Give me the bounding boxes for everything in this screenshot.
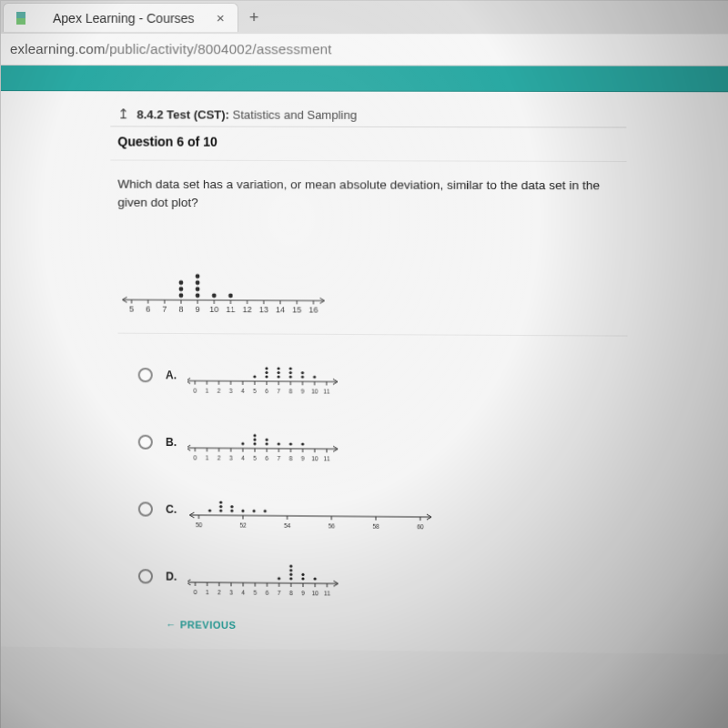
svg-text:10: 10 xyxy=(311,388,318,394)
lesson-type: Test (CST): xyxy=(167,107,229,121)
option-row-a[interactable]: A.01234567891011 xyxy=(138,349,628,403)
radio-b[interactable] xyxy=(138,435,153,450)
arrow-left-icon: ← xyxy=(166,619,177,630)
svg-point-158 xyxy=(301,577,304,580)
option-dotplot-c: 505254565860 xyxy=(187,484,437,537)
svg-text:1: 1 xyxy=(206,454,209,460)
svg-text:6: 6 xyxy=(265,388,268,394)
svg-text:9: 9 xyxy=(301,455,305,461)
svg-text:11: 11 xyxy=(323,455,330,461)
svg-text:8: 8 xyxy=(178,304,183,313)
lesson-code: 8.4.2 xyxy=(136,107,163,121)
svg-point-123 xyxy=(230,509,233,511)
svg-point-124 xyxy=(230,505,233,508)
radio-d[interactable] xyxy=(138,569,153,583)
close-icon[interactable]: × xyxy=(217,10,225,25)
radio-c[interactable] xyxy=(138,501,153,516)
svg-point-121 xyxy=(219,505,222,508)
svg-text:15: 15 xyxy=(292,305,301,314)
lesson-title: Statistics and Sampling xyxy=(233,107,358,121)
svg-text:3: 3 xyxy=(229,454,233,460)
option-row-c[interactable]: C.505254565860 xyxy=(138,484,629,539)
svg-line-128 xyxy=(187,581,338,583)
browser-tab[interactable]: Apex Learning - Courses × xyxy=(3,3,238,32)
option-label: A. xyxy=(166,369,178,381)
svg-point-97 xyxy=(241,441,244,444)
svg-point-26 xyxy=(179,287,184,291)
svg-text:58: 58 xyxy=(372,522,379,529)
address-bar[interactable]: exlearning.com/public/activity/8004002/a… xyxy=(1,34,728,66)
svg-text:16: 16 xyxy=(308,305,318,314)
new-tab-button[interactable]: + xyxy=(238,8,270,27)
svg-point-60 xyxy=(265,375,268,378)
radio-a[interactable] xyxy=(138,368,153,382)
svg-text:4: 4 xyxy=(241,387,245,393)
svg-text:9: 9 xyxy=(196,304,200,313)
breadcrumb: ↥ 8.4.2 Test (CST): Statistics and Sampl… xyxy=(110,96,626,127)
svg-text:11: 11 xyxy=(226,304,235,313)
svg-point-127 xyxy=(264,509,267,511)
given-dotplot: 5678910111213141516 xyxy=(117,232,627,336)
svg-point-71 xyxy=(301,371,304,374)
svg-text:1: 1 xyxy=(206,589,209,595)
svg-point-30 xyxy=(196,280,200,285)
svg-point-25 xyxy=(179,293,184,298)
svg-text:6: 6 xyxy=(266,589,269,595)
svg-point-65 xyxy=(289,370,292,373)
svg-point-67 xyxy=(313,375,316,378)
svg-point-99 xyxy=(253,438,256,440)
svg-text:6: 6 xyxy=(146,304,150,313)
previous-button[interactable]: ← PREVIOUS xyxy=(166,619,629,634)
svg-text:0: 0 xyxy=(194,588,197,594)
svg-text:0: 0 xyxy=(194,454,197,460)
svg-point-160 xyxy=(314,577,317,580)
svg-text:12: 12 xyxy=(243,305,252,314)
svg-text:6: 6 xyxy=(265,454,268,460)
svg-text:14: 14 xyxy=(276,305,285,314)
svg-text:5: 5 xyxy=(253,454,257,460)
svg-text:8: 8 xyxy=(289,589,293,595)
svg-text:5: 5 xyxy=(253,589,257,595)
svg-point-31 xyxy=(196,274,200,278)
svg-text:54: 54 xyxy=(284,521,291,528)
svg-text:5: 5 xyxy=(253,387,257,393)
assessment-content: ↥ 8.4.2 Test (CST): Statistics and Sampl… xyxy=(110,96,629,634)
svg-point-61 xyxy=(265,370,268,373)
svg-text:2: 2 xyxy=(217,589,221,595)
svg-point-126 xyxy=(253,509,256,511)
svg-point-98 xyxy=(253,442,256,445)
question-number: Question 6 of 10 xyxy=(110,126,626,162)
svg-point-104 xyxy=(289,442,292,445)
svg-point-153 xyxy=(278,577,280,580)
previous-label: PREVIOUS xyxy=(180,619,237,631)
tab-title: Apex Learning - Courses xyxy=(53,11,194,25)
svg-point-66 xyxy=(301,375,304,378)
svg-text:2: 2 xyxy=(217,387,221,393)
option-row-d[interactable]: D.01234567891011 xyxy=(138,551,629,606)
svg-point-120 xyxy=(219,509,222,511)
svg-text:3: 3 xyxy=(229,387,233,393)
svg-text:60: 60 xyxy=(417,523,424,530)
apex-logo-icon xyxy=(16,12,25,25)
svg-point-32 xyxy=(212,293,217,298)
tab-bar: Apex Learning - Courses × + xyxy=(1,1,728,34)
url-text: exlearning.com/public/activity/8004002/a… xyxy=(10,41,332,56)
svg-text:10: 10 xyxy=(209,304,218,313)
svg-point-70 xyxy=(289,367,292,369)
svg-text:8: 8 xyxy=(289,455,293,461)
svg-point-103 xyxy=(278,442,280,445)
svg-text:10: 10 xyxy=(312,590,319,596)
svg-text:7: 7 xyxy=(278,454,281,460)
svg-point-69 xyxy=(278,367,280,369)
svg-text:7: 7 xyxy=(162,304,167,313)
svg-point-100 xyxy=(253,433,256,436)
svg-text:9: 9 xyxy=(301,388,305,394)
svg-point-159 xyxy=(301,572,304,575)
svg-text:11: 11 xyxy=(324,590,331,596)
option-row-b[interactable]: B.01234567891011 xyxy=(138,417,628,471)
up-arrow-icon[interactable]: ↥ xyxy=(117,106,129,122)
svg-point-102 xyxy=(266,438,268,440)
svg-text:8: 8 xyxy=(289,388,293,394)
svg-text:7: 7 xyxy=(278,589,281,595)
question-prompt: Which data set has a variation, or mean … xyxy=(110,161,627,222)
